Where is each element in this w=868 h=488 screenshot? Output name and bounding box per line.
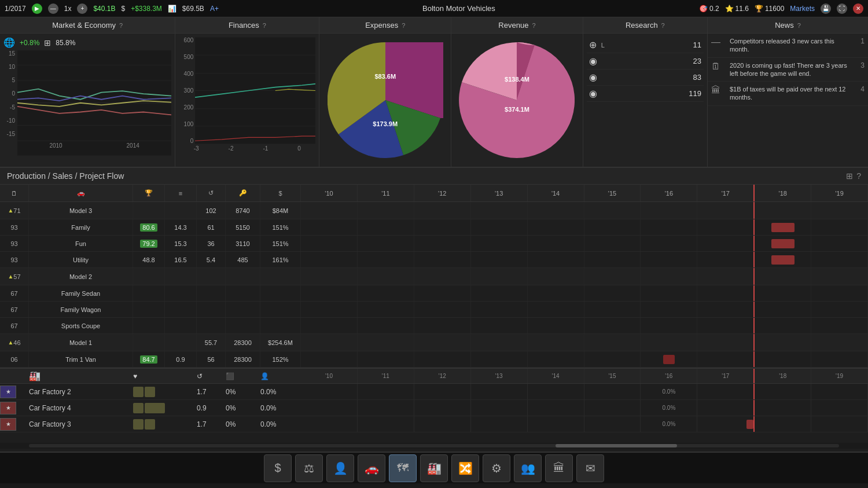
car-factory-3-row[interactable]: ★ Car Factory 3 1.7 0% 0.0% 0.0% xyxy=(0,416,868,432)
model2-name: Model 2 xyxy=(29,268,133,285)
news-item-0[interactable]: — Competitors released 3 new cars this m… xyxy=(708,34,868,58)
model2-header-row[interactable]: ▲ 57 Model 2 xyxy=(0,268,868,285)
markets-button[interactable]: Markets xyxy=(790,5,815,13)
expenses-help[interactable]: ? xyxy=(402,22,405,29)
toolbar-person-button[interactable]: 👤 xyxy=(326,454,354,482)
trim1-ref: 56 xyxy=(197,351,226,367)
news-item-1[interactable]: 🗓 2020 is coming up fast! There are 3 ye… xyxy=(708,58,868,82)
toolbar-finance-button[interactable]: $ xyxy=(264,454,292,482)
factory2-ref: 1.7 xyxy=(197,388,226,396)
factory2-heart2 xyxy=(145,387,155,397)
factory-col-11: '11 xyxy=(358,369,414,383)
factory-col-18: '18 xyxy=(755,369,811,383)
toolbar-car-button[interactable]: 🚗 xyxy=(358,454,385,482)
horizontal-scrollbar[interactable] xyxy=(0,443,868,449)
expense-display: $69.5B xyxy=(182,5,204,13)
utility-trophy: 48.8 xyxy=(133,252,165,267)
factory-col-13: '13 xyxy=(471,369,528,383)
date-display: 1/2017 xyxy=(5,5,26,13)
news-content: — Competitors released 3 new cars this m… xyxy=(708,34,868,167)
finances-panel: Finances ? 6005004003002001000 xyxy=(175,17,319,167)
factory-col-heart: ♥ xyxy=(133,372,165,380)
trim1-dollar: 152% xyxy=(260,351,301,367)
globe-icon: 🌐 xyxy=(3,37,15,48)
col-headers: 🗒 🚗 🏆 ≡ ↺ 🔑 $ '10 '11 '12 '13 '14 '15 '1… xyxy=(0,185,868,202)
scrollbar-thumb[interactable] xyxy=(556,444,677,447)
toolbar-building-button[interactable]: 🏛 xyxy=(545,454,573,482)
trim1-van-row[interactable]: 06 Trim 1 Van 84.7 0.9 56 28300 152% xyxy=(0,351,868,368)
col-dollar: $ xyxy=(260,185,301,201)
grid-view-icon[interactable]: ⊞ xyxy=(846,171,853,181)
revenue-label1: $138.4M xyxy=(505,76,529,83)
model3-trophy xyxy=(133,202,165,219)
prod-rows-scroll[interactable]: ▲ 71 Model 3 102 8740 $84M xyxy=(0,202,868,443)
chart-xaxis: 20102014 xyxy=(17,142,171,149)
model1-header-row[interactable]: ▲ 46 Model 1 55.7 28300 $254.6M xyxy=(0,334,868,351)
model3-header-row[interactable]: ▲ 71 Model 3 102 8740 $84M xyxy=(0,202,868,219)
utility-lines: 16.5 xyxy=(165,252,197,267)
toolbar-mail-button[interactable]: ✉ xyxy=(576,454,604,482)
header-icons: ⊞ ? xyxy=(846,171,861,181)
toolbar-people-button[interactable]: 👥 xyxy=(514,454,542,482)
utility-rank: 93 xyxy=(0,252,29,267)
news-num-1: 3 xyxy=(855,61,865,69)
col-13: '13 xyxy=(471,185,528,201)
toolbar-balance-button[interactable]: ⚖ xyxy=(295,454,323,482)
factory3-flag: ★ xyxy=(0,418,16,431)
col-key: 🔑 xyxy=(226,185,260,201)
news-item-2[interactable]: 🏛 $1B of taxes will be paid over the nex… xyxy=(708,82,868,106)
close-button[interactable]: ✕ xyxy=(853,3,863,14)
market-grid-pct: 85.8% xyxy=(56,39,75,47)
speed-up-button[interactable]: + xyxy=(77,3,87,14)
col-12: '12 xyxy=(414,185,471,201)
market-chart: 151050-5-10-15 2010201 xyxy=(3,50,171,149)
pause-button[interactable]: — xyxy=(48,3,58,14)
save-button[interactable]: 💾 xyxy=(821,3,831,14)
research-val-3: 119 xyxy=(689,89,701,98)
research-icon-0: ⊕ xyxy=(589,39,597,50)
revenue-help[interactable]: ? xyxy=(532,22,535,29)
research-panel: Research ? ⊕ L 11 ◉ 23 ◉ 83 ◉ 119 xyxy=(583,17,708,167)
toolbar-flow-button[interactable]: 🔀 xyxy=(451,454,479,482)
model1-rank: ▲ 46 xyxy=(0,334,29,351)
revenue-label2: $374.1M xyxy=(505,106,529,113)
utility-row[interactable]: 93 Utility 48.8 16.5 5.4 485 161% xyxy=(0,252,868,268)
car-factory-4-row[interactable]: ★ Car Factory 4 0.9 0% 0.0% 0.0% xyxy=(0,400,868,416)
finances-title: Finances xyxy=(229,21,259,30)
play-button[interactable]: ▶ xyxy=(32,3,42,14)
fullscreen-button[interactable]: ⛶ xyxy=(837,3,847,14)
news-text-1: 2020 is coming up fast! There are 3 year… xyxy=(730,61,851,78)
factory4-ref: 0.9 xyxy=(197,404,226,412)
toolbar-settings-button[interactable]: ⚙ xyxy=(483,454,510,482)
toolbar-factory-button[interactable]: 🏭 xyxy=(420,454,448,482)
speed-display: 1x xyxy=(64,5,72,13)
finances-help[interactable]: ? xyxy=(263,22,266,29)
news-help[interactable]: ? xyxy=(797,22,801,29)
production-section: Production / Sales / Project Flow ⊞ ? 🗒 … xyxy=(0,168,868,452)
family-row[interactable]: 93 Family 80.6 14.3 61 5150 151% xyxy=(0,219,868,236)
fun-rank: 93 xyxy=(0,236,29,251)
fun-trophy: 79.2 xyxy=(133,236,165,251)
fun-row[interactable]: 93 Fun 79.2 15.3 36 3110 151% xyxy=(0,236,868,252)
factory-col-10: '10 xyxy=(301,369,358,383)
model3-rank: ▲ 71 xyxy=(0,202,29,219)
fun-name: Fun xyxy=(29,236,133,251)
car-factory-2-row[interactable]: ★ Car Factory 2 1.7 0% 0.0% 0.0% xyxy=(0,384,868,400)
family-sedan-row[interactable]: 67 Family Sedan xyxy=(0,285,868,302)
finances-yaxis: 6005004003002001000 xyxy=(179,37,195,144)
research-help[interactable]: ? xyxy=(661,22,665,29)
model3-ref: 102 xyxy=(197,202,226,219)
toolbar-map-button[interactable]: 🗺 xyxy=(389,454,417,482)
sports-coupe-row[interactable]: 67 Sports Coupe xyxy=(0,318,868,334)
production-header: Production / Sales / Project Flow ⊞ ? xyxy=(0,168,868,185)
news-panel: News ? — Competitors released 3 new cars… xyxy=(708,17,868,167)
family-rank: 93 xyxy=(0,219,29,235)
research-val-0: 11 xyxy=(693,41,701,49)
family-wagon-row[interactable]: 67 Family Wagon xyxy=(0,302,868,318)
help-icon[interactable]: ? xyxy=(856,171,861,181)
market-title: Market & Economy xyxy=(52,21,116,30)
news-icon-0: — xyxy=(711,37,725,47)
col-16: '16 xyxy=(641,185,697,201)
market-help[interactable]: ? xyxy=(119,22,123,29)
factory3-heart2 xyxy=(145,419,155,430)
